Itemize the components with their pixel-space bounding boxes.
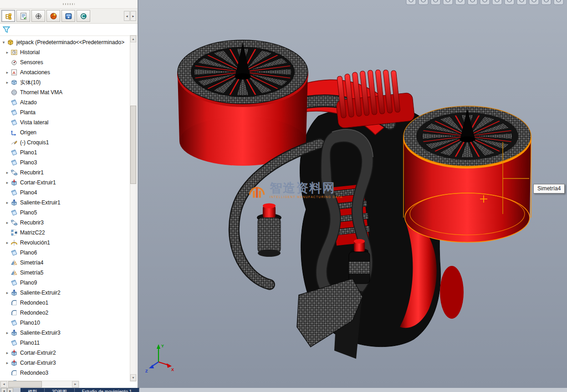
tree-item[interactable]: Alzado bbox=[0, 97, 131, 107]
tree-item[interactable]: ▸Recubrir1 bbox=[0, 168, 131, 178]
tree-item[interactable]: Plano3 bbox=[0, 158, 131, 168]
tree-item[interactable]: Vista lateral bbox=[0, 117, 131, 127]
expand-arrow-icon[interactable]: ▸ bbox=[5, 168, 10, 178]
tab-dimxpertmanager[interactable] bbox=[46, 10, 60, 22]
tab-scroll-left-icon[interactable]: ◄ bbox=[1, 388, 7, 392]
scroll-up-arrow-icon[interactable]: ▲ bbox=[130, 36, 136, 42]
filter-funnel-icon[interactable] bbox=[2, 25, 10, 34]
red-cap bbox=[354, 239, 365, 244]
tree-item[interactable]: Origen bbox=[0, 127, 131, 137]
tree-horizontal-scrollbar[interactable]: ◄ ► bbox=[0, 381, 79, 388]
heads-up-toolbar-icon[interactable] bbox=[406, 0, 416, 5]
document-tab[interactable]: Estudio de movimiento 1 bbox=[75, 388, 140, 392]
scroll-thumb[interactable] bbox=[8, 381, 42, 387]
expand-arrow-icon[interactable]: ▸ bbox=[5, 77, 10, 87]
scroll-left-arrow-icon[interactable]: ◄ bbox=[0, 381, 7, 387]
pattern-icon bbox=[10, 229, 18, 236]
tree-item[interactable]: Plano6 bbox=[0, 248, 131, 258]
tree-item[interactable]: Redondeo1 bbox=[0, 298, 131, 308]
expand-arrow-icon[interactable]: ▸ bbox=[5, 288, 10, 298]
tree-item[interactable]: Plano4 bbox=[0, 188, 131, 198]
scroll-right-arrow-icon[interactable]: ► bbox=[72, 381, 79, 387]
expand-arrow-icon[interactable]: ▾ bbox=[1, 37, 6, 47]
tree-item[interactable]: (-) Croquis1 bbox=[0, 137, 131, 148]
expand-arrow-icon[interactable]: ▸ bbox=[5, 348, 10, 358]
right-turbine-selected[interactable] bbox=[403, 106, 531, 242]
expand-arrow-icon[interactable]: ▸ bbox=[5, 178, 10, 188]
panel-grip[interactable] bbox=[0, 0, 138, 9]
jetpack-3d-model[interactable]: Y X Z bbox=[138, 0, 567, 388]
heads-up-toolbar-icon[interactable] bbox=[517, 0, 526, 5]
tree-item-label: Plano10 bbox=[20, 320, 40, 326]
tree-item-label: Plano1 bbox=[20, 149, 37, 156]
heads-up-toolbar-icon[interactable] bbox=[455, 0, 465, 5]
tab-configurationmanager[interactable] bbox=[31, 10, 45, 22]
tree-item[interactable]: Planta bbox=[0, 107, 131, 117]
tree-item[interactable]: Plano5 bbox=[0, 208, 131, 218]
scroll-down-arrow-icon[interactable]: ▼ bbox=[130, 374, 136, 381]
expand-arrow-icon[interactable]: ▸ bbox=[5, 328, 10, 338]
tab-displaymanager[interactable] bbox=[61, 10, 75, 22]
tree-item[interactable]: Thornel Mat VMA bbox=[0, 87, 131, 97]
heads-up-toolbar-icon[interactable] bbox=[431, 0, 440, 5]
heads-up-toolbar-icon[interactable] bbox=[541, 0, 551, 5]
tab-cam-manager[interactable] bbox=[77, 10, 90, 22]
tree-item[interactable]: Simetría5 bbox=[0, 268, 131, 278]
expand-arrow-icon[interactable]: ▸ bbox=[5, 198, 10, 208]
heads-up-toolbar-icon[interactable] bbox=[492, 0, 502, 5]
tree-item[interactable]: Plano10 bbox=[0, 318, 131, 328]
displaymanager-icon bbox=[65, 12, 72, 20]
expand-arrow-icon[interactable]: ▸ bbox=[5, 358, 10, 368]
tree-item[interactable]: ▸实体(10) bbox=[0, 77, 131, 87]
heads-up-toolbar-icon[interactable] bbox=[505, 0, 514, 5]
tree-item[interactable]: ▸Saliente-Extruir3 bbox=[0, 328, 131, 338]
tree-item[interactable]: Sensores bbox=[0, 57, 131, 67]
tree-item[interactable]: Plano1 bbox=[0, 148, 131, 158]
boss-icon bbox=[10, 329, 18, 336]
tree-item[interactable]: ▸Revolución1 bbox=[0, 238, 131, 248]
tab-featuremanager[interactable] bbox=[1, 10, 15, 22]
tree-item-label: Simetría5 bbox=[20, 270, 43, 276]
tree-item[interactable]: ▸Saliente-Extruir2 bbox=[0, 288, 131, 298]
tab-propertymanager[interactable] bbox=[16, 10, 30, 22]
tree-root-item[interactable]: ▾jetpack (Predeterminado<<Predeterminado… bbox=[0, 37, 131, 47]
pane-left-arrow[interactable]: ◂ bbox=[124, 11, 130, 21]
tree-item[interactable]: ▸AAnotaciones bbox=[0, 67, 131, 77]
plane-icon bbox=[10, 209, 18, 216]
expand-arrow-icon[interactable]: ▸ bbox=[5, 67, 10, 77]
tree-item[interactable]: Redondeo3 bbox=[0, 368, 131, 378]
y-axis-label: Y bbox=[161, 344, 164, 348]
tree-item[interactable]: Simetría4 bbox=[0, 258, 131, 268]
heads-up-toolbar-icon[interactable] bbox=[554, 0, 563, 5]
heads-up-toolbar-icon[interactable] bbox=[419, 0, 428, 5]
heads-up-toolbar-icon[interactable] bbox=[443, 0, 453, 5]
tree-item[interactable]: Redondeo2 bbox=[0, 308, 131, 318]
document-tab[interactable]: 3D视图 bbox=[45, 388, 75, 392]
heads-up-toolbar-icon[interactable] bbox=[529, 0, 539, 5]
tree-item-label: Cortar-Extruir1 bbox=[20, 179, 56, 186]
tree-item[interactable]: ▸Cortar-Extruir2 bbox=[0, 348, 131, 358]
expand-arrow-icon[interactable]: ▸ bbox=[5, 218, 10, 228]
tree-item[interactable]: ▸Cortar-Extruir3 bbox=[0, 358, 131, 368]
tab-scroll-right-icon[interactable]: ► bbox=[7, 388, 13, 392]
tree-item[interactable]: MatrizC22 bbox=[0, 228, 131, 238]
document-tab[interactable]: 模型 bbox=[20, 388, 45, 392]
tree-item[interactable]: ▸Historial bbox=[0, 47, 131, 57]
plane-icon bbox=[10, 149, 18, 156]
graphics-area[interactable]: Y X Z 智造资料网 INTELLIGENT MANUFACTURING DA… bbox=[138, 0, 567, 388]
pane-right-arrow[interactable]: ▸ bbox=[130, 11, 136, 21]
expand-arrow-icon[interactable]: ▸ bbox=[5, 47, 10, 57]
heads-up-toolbar-icon[interactable] bbox=[468, 0, 477, 5]
scroll-thumb[interactable] bbox=[130, 106, 136, 184]
heads-up-toolbar-icon[interactable] bbox=[480, 0, 490, 5]
filter-input[interactable] bbox=[13, 25, 135, 34]
cut-icon bbox=[10, 179, 18, 186]
tree-item[interactable]: ▸Cortar-Extruir1 bbox=[0, 178, 131, 188]
tree-item[interactable]: ▸Saliente-Extruir1 bbox=[0, 198, 131, 208]
tree-item[interactable]: Plano11 bbox=[0, 338, 131, 348]
tree-vertical-scrollbar[interactable]: ▲ ▼ bbox=[130, 35, 137, 382]
expand-arrow-icon[interactable]: ▸ bbox=[5, 238, 10, 248]
tree-item[interactable]: Plano9 bbox=[0, 278, 131, 288]
tree-item[interactable]: ▸Recubrir3 bbox=[0, 218, 131, 228]
left-turbine[interactable] bbox=[177, 40, 308, 166]
